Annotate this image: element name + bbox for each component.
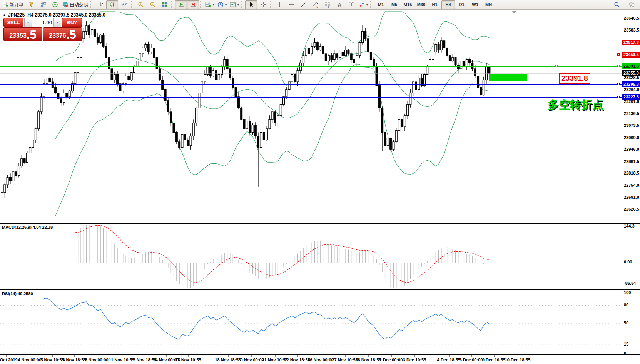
chart-shift-marker[interactable]	[512, 11, 516, 13]
text-button[interactable]: A	[333, 0, 345, 9]
tf-m1[interactable]: M1	[374, 0, 388, 9]
vertical-line-button[interactable]	[274, 0, 286, 9]
rsi-axis-label: 100	[624, 290, 640, 295]
turning-point-annotation[interactable]: 多空转折点	[548, 97, 603, 113]
candle-body	[215, 71, 217, 80]
text-label-button[interactable]: T	[345, 0, 357, 9]
candle-body	[196, 108, 197, 123]
candle-body	[452, 58, 454, 61]
volume-down-button[interactable]: ▼	[25, 18, 32, 27]
candle-body	[1, 192, 3, 198]
tf-w1[interactable]: W1	[468, 0, 482, 9]
candle-body	[181, 134, 183, 147]
data-window-button[interactable]	[37, 0, 49, 9]
line-handle[interactable]	[617, 65, 620, 67]
market-watch-button[interactable]	[25, 0, 37, 9]
cursor-button[interactable]	[245, 0, 257, 9]
chart-candles-button[interactable]	[106, 0, 118, 9]
candle-body	[179, 142, 180, 148]
candle-body	[241, 108, 242, 119]
sell-button[interactable]: SELL	[3, 18, 23, 27]
channel-icon: E	[312, 2, 319, 8]
candle-body	[348, 50, 349, 54]
data-window-icon	[40, 2, 46, 8]
price-axis-tick: 23583.5	[624, 28, 640, 32]
candle-body	[328, 56, 330, 61]
candle-body	[297, 71, 299, 82]
candle-body	[471, 63, 473, 69]
crosshair-button[interactable]	[257, 0, 269, 9]
tf-h4[interactable]: H4	[441, 0, 455, 9]
candle-body	[294, 75, 296, 82]
candle-body	[438, 45, 439, 50]
auto-scroll-button[interactable]	[175, 0, 187, 9]
candle-body	[190, 136, 192, 145]
templates-button[interactable]: ▾	[228, 0, 241, 9]
tf-m15[interactable]: M15	[401, 0, 414, 9]
price-axis-tick: 23009.0	[624, 135, 640, 140]
line-handle[interactable]	[617, 83, 620, 85]
price-chart[interactable]	[0, 10, 640, 364]
time-axis-label: 26 Nov 00:00	[307, 357, 333, 362]
candle-body	[29, 148, 31, 153]
buy-price-button[interactable]: 23376 .5	[43, 27, 82, 41]
candle-body	[378, 86, 380, 108]
volume-up-button[interactable]: ▲	[53, 18, 61, 27]
zoom-in-button[interactable]	[135, 0, 147, 9]
time-axis-label: 27 Nov 10:55	[332, 357, 358, 362]
tf-mn[interactable]: MN	[482, 0, 495, 9]
price-level-tag[interactable]: 23391.8	[559, 73, 590, 84]
tf-d1[interactable]: D1	[455, 0, 468, 9]
candle-body	[319, 46, 321, 50]
candle-body	[85, 26, 87, 32]
line-handle[interactable]	[617, 53, 620, 56]
community-chat-button[interactable]	[626, 0, 638, 9]
candle-body	[362, 31, 364, 42]
tf-d1-label: D1	[459, 2, 465, 7]
price-axis-tick: 23328.5	[624, 75, 640, 80]
equidistant-channel-button[interactable]: E	[309, 0, 321, 9]
candle-body	[97, 37, 99, 43]
zoom-out-button[interactable]	[147, 0, 159, 9]
chart-bars-button[interactable]	[94, 0, 106, 9]
line-handle[interactable]	[617, 96, 620, 98]
arrows-button[interactable]: ▾	[357, 0, 369, 9]
toolbar-separator	[370, 1, 373, 8]
line-handle[interactable]	[555, 65, 558, 67]
horizontal-line-button[interactable]	[286, 0, 297, 9]
indicators-button[interactable]: ▾	[204, 0, 216, 9]
navigator-button[interactable]	[49, 0, 61, 9]
tf-mn-label: MN	[485, 2, 492, 7]
sell-price-button[interactable]: 23353 .5	[3, 27, 42, 41]
chart-window[interactable]: ▲ JPN225-,H4 23375.0 23397.5 23345.0 233…	[0, 10, 640, 364]
candle-body	[21, 159, 23, 166]
candles-icon	[109, 2, 115, 8]
new-order-icon	[2, 2, 8, 8]
chart-shift-button[interactable]	[187, 0, 199, 9]
green-level-rectangle[interactable]	[489, 74, 527, 81]
tf-m30[interactable]: M30	[414, 0, 428, 9]
candle-body	[10, 178, 12, 181]
candle-body	[55, 88, 57, 93]
time-axis-label: 31 Oct 2019	[0, 357, 18, 362]
search-button[interactable]	[611, 0, 623, 9]
bollinger-band-line	[55, 52, 489, 139]
chart-line-button[interactable]	[118, 0, 130, 9]
fibonacci-button[interactable]: F	[321, 0, 333, 9]
time-axis-label: 4 Nov 00:00	[18, 357, 41, 362]
tf-h1-label: H1	[432, 2, 438, 7]
trendline-button[interactable]	[297, 0, 309, 9]
auto-trading-button[interactable]: 自动交易	[61, 0, 90, 9]
price-axis-tick: 23646.5	[624, 16, 640, 20]
periods-button[interactable]: ▾	[216, 0, 228, 9]
candle-body	[407, 104, 409, 115]
buy-button[interactable]: BUY	[62, 18, 82, 27]
volume-input[interactable]	[32, 18, 53, 27]
macd-pane-label: MACD(12,26,9) 4.04 22.38	[2, 225, 53, 229]
tile-windows-button[interactable]	[159, 0, 170, 9]
tf-m5[interactable]: M5	[388, 0, 401, 9]
candle-body	[49, 78, 51, 82]
candle-body	[175, 133, 177, 142]
tf-h1[interactable]: H1	[428, 0, 441, 9]
new-order-button[interactable]: 新订单	[1, 0, 25, 9]
